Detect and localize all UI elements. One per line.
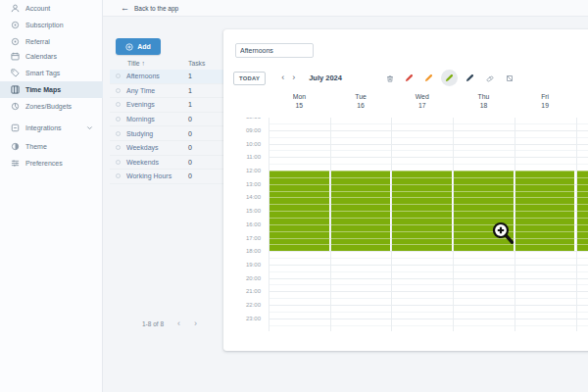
- pagination-range-label: 1-8 of 8: [142, 320, 164, 327]
- day-header-tue: Tue16: [330, 92, 391, 110]
- hour-line: [269, 144, 588, 145]
- pen-orange-pencil-icon[interactable]: [421, 71, 436, 85]
- add-button[interactable]: Add: [116, 38, 161, 55]
- column-header-title[interactable]: Title ↑: [110, 60, 188, 67]
- sidebar-item-preferences[interactable]: Preferences: [0, 155, 103, 172]
- pen-navy-pencil-icon[interactable]: [463, 71, 477, 85]
- sidebar-item-subscription[interactable]: Subscription: [0, 17, 103, 33]
- pie-icon: [11, 102, 20, 111]
- table-row[interactable]: Working Hours0: [110, 170, 223, 184]
- sidebar-item-zones-budgets[interactable]: Zones/Budgets: [0, 98, 103, 115]
- day-headers: Mon15Tue16Wed17Thu18Fri19: [223, 92, 588, 116]
- row-title: Weekdays: [126, 144, 188, 151]
- sidebar-item-calendars[interactable]: Calendars: [0, 48, 103, 65]
- pen-green-pencil-icon[interactable]: [441, 70, 458, 86]
- pagination-prev-button[interactable]: ‹: [177, 319, 180, 328]
- eraser-icon[interactable]: [482, 71, 497, 85]
- sidebar-item-integrations[interactable]: Integrations: [0, 120, 103, 136]
- column-header-tasks[interactable]: Tasks: [188, 60, 223, 67]
- calendar-toolbar: TODAY ‹ › July 2024: [233, 70, 588, 86]
- row-color-dot-icon: [116, 74, 121, 78]
- clear-icon[interactable]: [502, 71, 516, 85]
- timemaps-table: Title ↑ Tasks Afternoons1Any Time1Evenin…: [110, 57, 223, 184]
- half-hour-line: [269, 271, 588, 272]
- sidebar-item-label: Preferences: [25, 160, 63, 167]
- timemap-highlight-block[interactable]: [331, 171, 391, 251]
- timemap-highlight-block[interactable]: [454, 171, 514, 251]
- sidebar-item-label: Zones/Budgets: [25, 103, 72, 110]
- table-row[interactable]: Weekdays0: [110, 141, 223, 156]
- sidebar-item-account[interactable]: Account: [0, 0, 103, 17]
- ring-icon: [11, 21, 20, 29]
- next-week-button[interactable]: ›: [288, 74, 299, 82]
- row-task-count: 1: [188, 87, 223, 94]
- hour-line: [269, 305, 588, 306]
- pen-red-pencil-icon[interactable]: [402, 71, 416, 85]
- table-row[interactable]: Studying0: [110, 126, 223, 141]
- time-label: 20:00: [227, 275, 261, 281]
- row-color-dot-icon: [116, 117, 121, 122]
- box-icon: [11, 123, 20, 132]
- half-hour-line: [269, 325, 588, 326]
- prev-week-button[interactable]: ‹: [277, 74, 288, 82]
- time-label: 10:00: [227, 141, 261, 147]
- row-task-count: 0: [188, 172, 223, 179]
- pagination-next-button[interactable]: ›: [194, 319, 197, 328]
- day-date: 16: [330, 101, 391, 110]
- add-button-label: Add: [137, 43, 151, 50]
- row-task-count: 0: [188, 144, 223, 151]
- time-label: 17:00: [227, 235, 261, 241]
- table-body: Afternoons1Any Time1Evenings1Mornings0St…: [110, 70, 223, 184]
- table-row[interactable]: Mornings0: [110, 113, 223, 127]
- back-arrow-icon: ←: [121, 4, 129, 13]
- table-row[interactable]: Afternoons1: [110, 70, 223, 84]
- row-task-count: 1: [188, 73, 223, 79]
- half-hour-line: [269, 284, 588, 285]
- ring-icon: [11, 37, 20, 46]
- timemap-name-input[interactable]: [235, 43, 314, 58]
- row-task-count: 1: [188, 101, 223, 108]
- sidebar-item-smart-tags[interactable]: Smart Tags: [0, 65, 103, 81]
- half-hour-line: [269, 150, 588, 151]
- tag-icon: [11, 69, 20, 77]
- timemap-highlight-block[interactable]: [515, 171, 575, 251]
- timemap-editor-card: TODAY ‹ › July 2024 Mon15Tue16Wed17Thu18…: [223, 29, 588, 351]
- half-hour-line: [269, 164, 588, 165]
- day-name: Mon: [269, 92, 329, 101]
- trash-icon[interactable]: [382, 71, 397, 85]
- day-name: Thu: [453, 92, 514, 101]
- table-row[interactable]: Any Time1: [110, 84, 223, 99]
- timemap-highlight-block[interactable]: [392, 171, 452, 251]
- sidebar-item-time-maps[interactable]: Time Maps: [0, 81, 103, 98]
- time-label: 19:00: [227, 262, 261, 268]
- back-to-app-link[interactable]: ← Back to the app: [121, 4, 178, 13]
- hour-line: [269, 318, 588, 319]
- time-label: 09:00: [227, 127, 261, 133]
- plus-circle-icon: [125, 43, 133, 51]
- row-title: Studying: [126, 130, 188, 137]
- timemap-highlight-block[interactable]: [270, 171, 329, 251]
- today-button[interactable]: TODAY: [233, 72, 266, 85]
- title-header-label: Title: [127, 60, 140, 67]
- day-date: 17: [392, 101, 453, 110]
- day-name: Wed: [392, 92, 453, 101]
- time-label: 16:00: [227, 221, 261, 227]
- table-row[interactable]: Evenings1: [110, 98, 223, 113]
- day-header-thu: Thu18: [453, 92, 514, 110]
- topbar: ← Back to the app: [103, 0, 588, 17]
- paint-tools: [382, 70, 516, 86]
- time-label: 08:00: [227, 118, 261, 120]
- hour-line: [269, 251, 588, 252]
- sidebar-item-label: Account: [25, 5, 50, 12]
- table-row[interactable]: Weekends0: [110, 156, 223, 171]
- day-name: Tue: [330, 92, 391, 101]
- row-title: Mornings: [126, 116, 188, 122]
- timemap-highlight-block[interactable]: [577, 171, 588, 251]
- row-title: Working Hours: [126, 172, 188, 179]
- calendar-grid[interactable]: 08:0009:0010:0011:0012:0013:0014:0015:00…: [223, 118, 588, 331]
- day-name: Fri: [514, 92, 575, 101]
- time-label: 21:00: [227, 288, 261, 294]
- sidebar-item-label: Theme: [25, 143, 47, 150]
- sidebar-item-theme[interactable]: Theme: [0, 138, 103, 155]
- sort-ascending-icon: ↑: [142, 60, 145, 67]
